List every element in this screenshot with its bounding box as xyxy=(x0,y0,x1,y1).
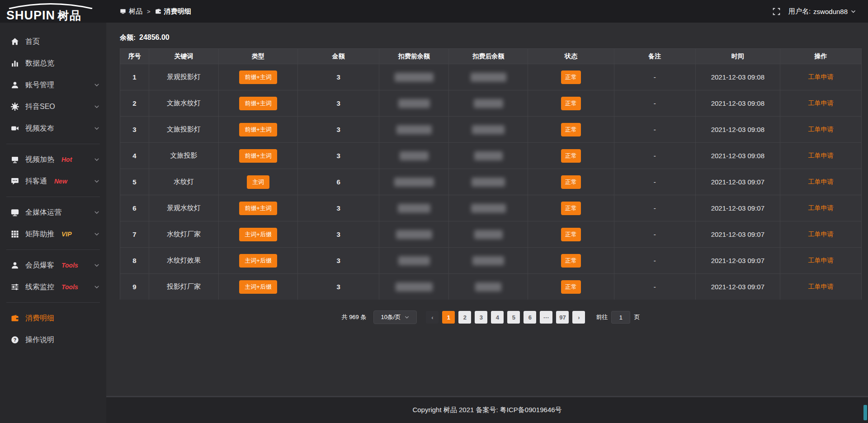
work-order-link[interactable]: 工单申请 xyxy=(808,257,833,265)
cell-remark: - xyxy=(614,248,696,273)
cell-amount: 3 xyxy=(298,221,379,247)
work-order-link[interactable]: 工单申请 xyxy=(808,230,833,239)
status-badge: 正常 xyxy=(561,149,581,163)
sidebar-item-video-publish[interactable]: 视频发布 xyxy=(0,118,106,139)
work-order-link[interactable]: 工单申请 xyxy=(808,99,833,108)
breadcrumb-current[interactable]: 消费明细 xyxy=(155,7,191,16)
work-order-link[interactable]: 工单申请 xyxy=(808,152,833,160)
sidebar-item-label: 抖音SEO xyxy=(25,102,55,112)
cell-status: 正常 xyxy=(528,248,614,273)
cell-keyword: 景观投影灯 xyxy=(149,64,219,90)
goto-page: 前往 页 xyxy=(596,311,640,324)
cell-no: 4 xyxy=(120,143,149,169)
cell-amount: 3 xyxy=(298,143,379,169)
page-button-5[interactable]: 5 xyxy=(507,311,520,324)
page-size-value: 10条/页 xyxy=(381,313,401,321)
sidebar-item-consumption-detail[interactable]: 消费明细 xyxy=(0,307,106,329)
type-badge: 主词 xyxy=(247,175,269,189)
sidebar-item-data-overview[interactable]: 数据总览 xyxy=(0,52,106,74)
cell-time: 2021-12-03 09:07 xyxy=(696,221,780,247)
table-row: 5水纹灯主词6正常-2021-12-03 09:07工单申请 xyxy=(120,169,861,195)
cell-keyword: 投影灯厂家 xyxy=(149,274,219,300)
page-button-3[interactable]: 3 xyxy=(475,311,487,324)
cell-balance-after xyxy=(449,274,528,300)
work-order-link[interactable]: 工单申请 xyxy=(808,126,833,134)
page-button-6[interactable]: 6 xyxy=(524,311,536,324)
sidebar-item-operation-guide[interactable]: ?操作说明 xyxy=(0,329,106,351)
cell-balance-before xyxy=(379,248,449,273)
breadcrumb-root[interactable]: 树品 xyxy=(120,7,142,16)
cell-amount: 3 xyxy=(298,64,379,90)
scrollbar-handle[interactable] xyxy=(863,405,867,420)
table-header-cell: 状态 xyxy=(528,49,614,64)
cell-balance-after xyxy=(449,90,528,116)
cell-action: 工单申请 xyxy=(780,274,861,300)
username-label: 用户名: xyxy=(788,7,811,16)
cell-no: 7 xyxy=(120,221,149,247)
page-size-select[interactable]: 10条/页 xyxy=(373,310,417,324)
sidebar-badge: VIP xyxy=(61,230,72,238)
page-button-1[interactable]: 1 xyxy=(442,311,455,324)
page-button-4[interactable]: 4 xyxy=(491,311,504,324)
sidebar-item-label: 视频发布 xyxy=(25,124,54,133)
user-menu[interactable]: 用户名: zswodun88 xyxy=(788,7,856,16)
sidebar-item-matrix-boost[interactable]: 矩阵助推VIP xyxy=(0,223,106,245)
sidebar-item-clue-monitor[interactable]: 线索监控Tools xyxy=(0,276,106,298)
fullscreen-icon[interactable] xyxy=(773,8,780,15)
cell-amount: 3 xyxy=(298,117,379,142)
cell-status: 正常 xyxy=(528,221,614,247)
next-page-button[interactable]: › xyxy=(572,311,585,324)
page-button-2[interactable]: 2 xyxy=(458,311,471,324)
goto-page-input[interactable] xyxy=(611,311,630,324)
table-header-cell: 扣费后余额 xyxy=(449,49,528,64)
chevron-down-icon xyxy=(94,284,100,290)
cell-status: 正常 xyxy=(528,195,614,221)
page-buttons: ‹123456···97› xyxy=(426,311,585,324)
cell-amount: 6 xyxy=(298,169,379,195)
cell-balance-after xyxy=(449,221,528,247)
sidebar-item-home[interactable]: 首页 xyxy=(0,31,106,52)
cell-action: 工单申请 xyxy=(780,117,861,142)
chart-icon xyxy=(11,59,19,67)
status-badge: 正常 xyxy=(561,97,581,110)
prev-page-button[interactable]: ‹ xyxy=(426,311,439,324)
cell-time: 2021-12-03 09:08 xyxy=(696,90,780,116)
question-icon: ? xyxy=(11,336,19,344)
work-order-link[interactable]: 工单申请 xyxy=(808,73,833,81)
sidebar-item-video-heat[interactable]: 视频加热Hot xyxy=(0,149,106,170)
app-icon xyxy=(120,8,126,14)
work-order-link[interactable]: 工单申请 xyxy=(808,178,833,186)
app-window: SHUPIN树品 首页数据总览账号管理抖音SEO视频发布视频加热Hot抖客通Ne… xyxy=(0,0,868,423)
sidebar-item-doukertong[interactable]: 抖客通New xyxy=(0,170,106,192)
sidebar-item-all-media-operation[interactable]: 全媒体运营 xyxy=(0,202,106,223)
work-order-link[interactable]: 工单申请 xyxy=(808,204,833,212)
cell-balance-before xyxy=(379,274,449,300)
wallet-icon xyxy=(11,314,19,322)
work-order-link[interactable]: 工单申请 xyxy=(808,283,833,291)
sidebar-item-member-burst[interactable]: 会员爆客Tools xyxy=(0,254,106,276)
table-header-cell: 关键词 xyxy=(149,49,219,64)
chevron-down-icon xyxy=(404,315,410,320)
sidebar-item-label: 视频加热 xyxy=(25,155,54,164)
pagination: 共 969 条 10条/页 ‹123456···97› 前往 页 xyxy=(120,310,862,324)
chevron-down-icon xyxy=(850,9,856,14)
sidebar-item-douyin-seo[interactable]: 抖音SEO xyxy=(0,96,106,118)
app-logo[interactable]: SHUPIN树品 xyxy=(0,0,106,23)
cell-status: 正常 xyxy=(528,90,614,116)
cell-keyword: 景观水纹灯 xyxy=(149,195,219,221)
page-ellipsis[interactable]: ··· xyxy=(540,311,552,324)
goto-label: 前往 xyxy=(596,313,608,321)
chevron-down-icon xyxy=(94,262,100,268)
masked-value xyxy=(471,73,506,82)
cell-balance-before xyxy=(379,90,449,116)
type-badge: 前缀+主词 xyxy=(239,70,277,84)
page-button-97[interactable]: 97 xyxy=(556,311,569,324)
status-badge: 正常 xyxy=(561,202,581,215)
sidebar-item-account-management[interactable]: 账号管理 xyxy=(0,74,106,96)
status-badge: 正常 xyxy=(561,280,581,294)
table-row: 3文旅投影灯前缀+主词3正常-2021-12-03 09:08工单申请 xyxy=(120,116,861,142)
chevron-down-icon xyxy=(94,82,100,88)
monitor-icon xyxy=(11,208,19,216)
status-badge: 正常 xyxy=(561,228,581,241)
cell-time: 2021-12-03 09:07 xyxy=(696,274,780,300)
